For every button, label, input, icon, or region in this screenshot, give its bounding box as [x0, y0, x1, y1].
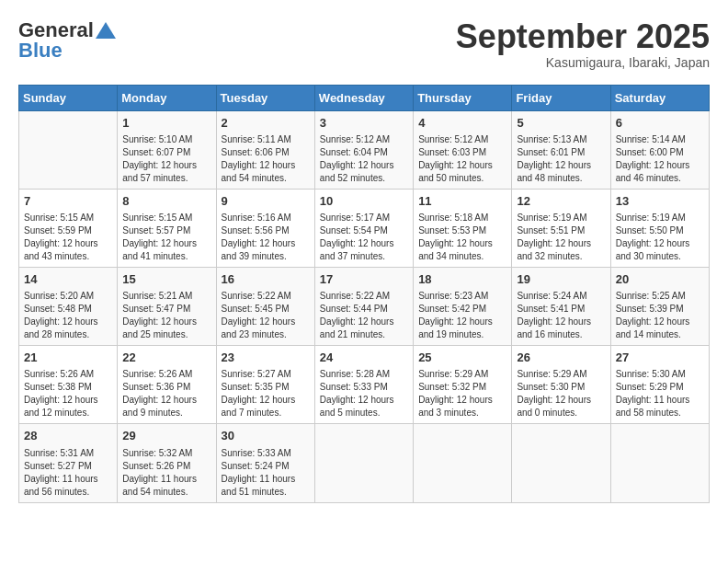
day-number: 3	[320, 115, 408, 132]
day-info: Sunrise: 5:17 AM Sunset: 5:54 PM Dayligh…	[320, 212, 408, 263]
day-number: 2	[222, 115, 310, 132]
calendar-cell: 5Sunrise: 5:13 AM Sunset: 6:01 PM Daylig…	[512, 110, 610, 189]
day-info: Sunrise: 5:25 AM Sunset: 5:39 PM Dayligh…	[616, 290, 704, 341]
day-info: Sunrise: 5:15 AM Sunset: 5:59 PM Dayligh…	[24, 212, 112, 263]
logo-icon	[96, 22, 116, 39]
day-number: 19	[517, 271, 605, 288]
weekday-header-wednesday: Wednesday	[314, 85, 413, 110]
calendar-cell: 6Sunrise: 5:14 AM Sunset: 6:00 PM Daylig…	[610, 110, 709, 189]
calendar-cell: 24Sunrise: 5:28 AM Sunset: 5:33 PM Dayli…	[314, 346, 413, 424]
weekday-header-monday: Monday	[118, 85, 216, 110]
day-info: Sunrise: 5:15 AM Sunset: 5:57 PM Dayligh…	[122, 212, 210, 263]
calendar-cell: 25Sunrise: 5:29 AM Sunset: 5:32 PM Dayli…	[414, 346, 512, 424]
day-number: 26	[517, 350, 605, 366]
weekday-header-thursday: Thursday	[414, 85, 512, 110]
calendar-cell: 8Sunrise: 5:15 AM Sunset: 5:57 PM Daylig…	[118, 189, 216, 267]
day-info: Sunrise: 5:31 AM Sunset: 5:27 PM Dayligh…	[24, 447, 112, 499]
day-number: 12	[517, 193, 605, 210]
day-info: Sunrise: 5:12 AM Sunset: 6:04 PM Dayligh…	[320, 133, 408, 185]
calendar-cell: 1Sunrise: 5:10 AM Sunset: 6:07 PM Daylig…	[118, 110, 216, 189]
month-title: September 2025	[456, 18, 710, 55]
calendar-cell: 23Sunrise: 5:27 AM Sunset: 5:35 PM Dayli…	[216, 346, 314, 424]
day-number: 9	[222, 193, 310, 210]
day-info: Sunrise: 5:23 AM Sunset: 5:42 PM Dayligh…	[418, 290, 506, 341]
calendar-cell: 22Sunrise: 5:26 AM Sunset: 5:36 PM Dayli…	[118, 346, 216, 424]
calendar-cell: 3Sunrise: 5:12 AM Sunset: 6:04 PM Daylig…	[314, 110, 413, 189]
calendar-cell: 27Sunrise: 5:30 AM Sunset: 5:29 PM Dayli…	[610, 346, 709, 424]
calendar-cell: 4Sunrise: 5:12 AM Sunset: 6:03 PM Daylig…	[414, 110, 512, 189]
day-number: 21	[24, 350, 112, 366]
day-info: Sunrise: 5:16 AM Sunset: 5:56 PM Dayligh…	[222, 212, 310, 263]
day-info: Sunrise: 5:26 AM Sunset: 5:38 PM Dayligh…	[24, 368, 112, 419]
day-info: Sunrise: 5:27 AM Sunset: 5:35 PM Dayligh…	[222, 368, 310, 419]
day-info: Sunrise: 5:29 AM Sunset: 5:30 PM Dayligh…	[517, 368, 605, 419]
day-info: Sunrise: 5:22 AM Sunset: 5:44 PM Dayligh…	[320, 290, 408, 341]
day-info: Sunrise: 5:24 AM Sunset: 5:41 PM Dayligh…	[517, 290, 605, 341]
day-number: 17	[320, 271, 408, 288]
day-number: 15	[122, 271, 210, 288]
day-info: Sunrise: 5:29 AM Sunset: 5:32 PM Dayligh…	[418, 368, 506, 419]
title-area: September 2025 Kasumigaura, Ibaraki, Jap…	[456, 18, 710, 70]
day-number: 22	[122, 350, 210, 366]
day-info: Sunrise: 5:21 AM Sunset: 5:47 PM Dayligh…	[122, 290, 210, 341]
logo-blue: Blue	[18, 39, 63, 63]
calendar-cell: 11Sunrise: 5:18 AM Sunset: 5:53 PM Dayli…	[414, 189, 512, 267]
day-number: 10	[320, 193, 408, 210]
calendar-cell: 30Sunrise: 5:33 AM Sunset: 5:24 PM Dayli…	[216, 424, 314, 502]
day-number: 24	[320, 350, 408, 366]
calendar-cell: 12Sunrise: 5:19 AM Sunset: 5:51 PM Dayli…	[512, 189, 610, 267]
calendar-table: SundayMondayTuesdayWednesdayThursdayFrid…	[18, 85, 710, 503]
weekday-header-saturday: Saturday	[610, 85, 709, 110]
day-number: 18	[418, 271, 506, 288]
calendar-cell: 29Sunrise: 5:32 AM Sunset: 5:26 PM Dayli…	[118, 424, 216, 502]
calendar-cell	[19, 110, 118, 189]
day-number: 5	[517, 115, 605, 132]
calendar-cell: 10Sunrise: 5:17 AM Sunset: 5:54 PM Dayli…	[314, 189, 413, 267]
calendar-cell: 16Sunrise: 5:22 AM Sunset: 5:45 PM Dayli…	[216, 267, 314, 345]
location: Kasumigaura, Ibaraki, Japan	[456, 55, 710, 70]
calendar-week-2: 7Sunrise: 5:15 AM Sunset: 5:59 PM Daylig…	[19, 189, 710, 267]
day-number: 28	[24, 428, 112, 444]
day-info: Sunrise: 5:10 AM Sunset: 6:07 PM Dayligh…	[122, 133, 210, 185]
calendar-cell: 14Sunrise: 5:20 AM Sunset: 5:48 PM Dayli…	[19, 267, 118, 345]
day-number: 16	[222, 271, 310, 288]
day-info: Sunrise: 5:13 AM Sunset: 6:01 PM Dayligh…	[517, 133, 605, 185]
day-number: 25	[418, 350, 506, 366]
calendar-cell: 2Sunrise: 5:11 AM Sunset: 6:06 PM Daylig…	[216, 110, 314, 189]
calendar-week-5: 28Sunrise: 5:31 AM Sunset: 5:27 PM Dayli…	[19, 424, 710, 502]
day-number: 13	[616, 193, 704, 210]
day-info: Sunrise: 5:30 AM Sunset: 5:29 PM Dayligh…	[616, 368, 704, 419]
svg-marker-0	[96, 22, 116, 39]
day-info: Sunrise: 5:14 AM Sunset: 6:00 PM Dayligh…	[616, 133, 704, 185]
day-number: 7	[24, 193, 112, 210]
weekday-header-sunday: Sunday	[19, 85, 118, 110]
calendar-header-row: SundayMondayTuesdayWednesdayThursdayFrid…	[19, 85, 710, 110]
day-number: 27	[616, 350, 704, 366]
calendar-cell: 19Sunrise: 5:24 AM Sunset: 5:41 PM Dayli…	[512, 267, 610, 345]
calendar-cell: 26Sunrise: 5:29 AM Sunset: 5:30 PM Dayli…	[512, 346, 610, 424]
day-number: 14	[24, 271, 112, 288]
page-header: General Blue September 2025 Kasumigaura,…	[18, 18, 710, 70]
calendar-cell: 18Sunrise: 5:23 AM Sunset: 5:42 PM Dayli…	[414, 267, 512, 345]
day-info: Sunrise: 5:28 AM Sunset: 5:33 PM Dayligh…	[320, 368, 408, 419]
day-number: 23	[222, 350, 310, 366]
calendar-cell: 20Sunrise: 5:25 AM Sunset: 5:39 PM Dayli…	[610, 267, 709, 345]
calendar-cell	[414, 424, 512, 502]
calendar-cell: 21Sunrise: 5:26 AM Sunset: 5:38 PM Dayli…	[19, 346, 118, 424]
day-number: 30	[222, 428, 310, 444]
calendar-cell: 7Sunrise: 5:15 AM Sunset: 5:59 PM Daylig…	[19, 189, 118, 267]
calendar-week-1: 1Sunrise: 5:10 AM Sunset: 6:07 PM Daylig…	[19, 110, 710, 189]
day-info: Sunrise: 5:22 AM Sunset: 5:45 PM Dayligh…	[222, 290, 310, 341]
calendar-cell: 9Sunrise: 5:16 AM Sunset: 5:56 PM Daylig…	[216, 189, 314, 267]
day-number: 6	[616, 115, 704, 132]
day-info: Sunrise: 5:18 AM Sunset: 5:53 PM Dayligh…	[418, 212, 506, 263]
day-info: Sunrise: 5:33 AM Sunset: 5:24 PM Dayligh…	[222, 447, 310, 499]
calendar-cell: 15Sunrise: 5:21 AM Sunset: 5:47 PM Dayli…	[118, 267, 216, 345]
day-info: Sunrise: 5:26 AM Sunset: 5:36 PM Dayligh…	[122, 368, 210, 419]
day-info: Sunrise: 5:19 AM Sunset: 5:51 PM Dayligh…	[517, 212, 605, 263]
day-number: 4	[418, 115, 506, 132]
day-number: 1	[122, 115, 210, 132]
calendar-cell: 13Sunrise: 5:19 AM Sunset: 5:50 PM Dayli…	[610, 189, 709, 267]
day-info: Sunrise: 5:19 AM Sunset: 5:50 PM Dayligh…	[616, 212, 704, 263]
logo: General Blue	[18, 18, 116, 63]
